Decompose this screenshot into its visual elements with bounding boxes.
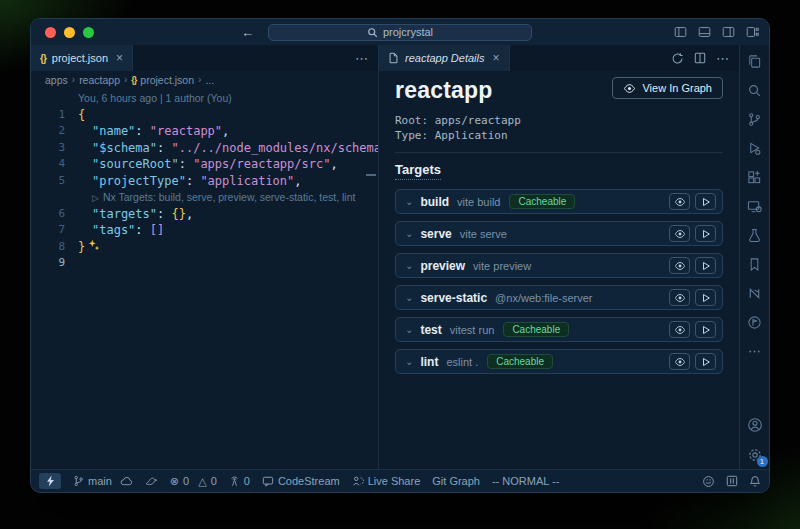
more-actions-icon[interactable]: ⋯ [355,51,368,66]
target-name: serve [420,227,451,241]
command-center-search[interactable]: projcrystal [268,24,532,41]
flag-circle-icon[interactable] [747,315,762,330]
more-actions-icon[interactable]: ⋯ [716,51,729,66]
play-icon [701,357,711,367]
target-row[interactable]: ⌄ build vite build Cacheable [395,189,723,214]
testing-icon[interactable] [747,228,762,243]
eye-icon [674,293,686,303]
code-editor[interactable]: You, 6 hours ago | 1 author (You) 1 { 2 … [31,88,378,469]
target-row[interactable]: ⌄ lint eslint . Cacheable [395,349,723,374]
toggle-sidebar-icon[interactable] [674,26,687,38]
target-row[interactable]: ⌄ serve vite serve [395,221,723,246]
codestream-label: CodeStream [278,475,340,487]
code-line[interactable]: 9 [31,255,378,272]
error-icon: ⊗ [170,475,179,488]
nx-targets-codelens[interactable]: ▷Nx Targets: build, serve, preview, serv… [31,189,378,206]
breadcrumb-item-apps[interactable]: apps [45,74,68,86]
sparkle-code-action-icon[interactable] [88,239,100,251]
problems-status[interactable]: ⊗ 0 △ 0 [170,475,217,488]
chevron-down-icon[interactable]: ⌄ [405,260,413,271]
remote-explorer-icon[interactable] [747,199,762,214]
view-in-graph-button[interactable]: View In Graph [612,77,723,99]
view-target-button[interactable] [669,289,690,306]
tab-label: reactapp Details [405,52,485,64]
code-line[interactable]: 4 "sourceRoot": "apps/reactapp/src", [31,156,378,173]
codestream-status[interactable]: CodeStream [262,475,340,487]
copilot-icon[interactable] [702,475,715,488]
chevron-down-icon[interactable]: ⌄ [405,356,413,367]
branch-icon [73,475,84,487]
target-row[interactable]: ⌄ preview vite preview [395,253,723,278]
split-editor-icon[interactable] [694,52,706,64]
extensions-icon[interactable] [747,170,762,185]
code-line[interactable]: 6 "targets": {}, [31,206,378,223]
more-views-icon[interactable] [747,344,762,359]
close-tab-icon[interactable]: × [493,51,500,65]
explorer-icon[interactable] [747,54,762,69]
maximize-window-button[interactable] [83,27,94,38]
chevron-down-icon[interactable]: ⌄ [405,324,413,335]
back-icon[interactable]: ← [241,25,254,40]
vim-mode-indicator[interactable]: -- NORMAL -- [492,475,559,487]
blame-lens-line[interactable]: You, 6 hours ago | 1 author (You) [31,90,378,107]
remote-indicator[interactable] [39,473,61,489]
minimize-window-button[interactable] [64,27,75,38]
close-window-button[interactable] [45,27,56,38]
chevron-down-icon[interactable]: ⌄ [405,292,413,303]
tab-reactapp-details[interactable]: reactapp Details × [379,45,510,71]
chevron-down-icon[interactable]: ⌄ [405,228,413,239]
liveshare-status[interactable]: Live Share [352,475,421,487]
status-misc-icon[interactable] [145,476,158,487]
view-target-button[interactable] [669,225,690,242]
run-target-button[interactable] [695,257,716,274]
target-row[interactable]: ⌄ test vitest run Cacheable [395,317,723,342]
target-row[interactable]: ⌄ serve-static @nx/web:file-server [395,285,723,310]
breadcrumb-item-file[interactable]: project.json [140,74,194,86]
settings-gear-icon[interactable]: 1 [747,447,763,463]
run-target-button[interactable] [695,321,716,338]
title-bar: ← → projcrystal [31,19,769,45]
nx-console-icon[interactable] [747,286,762,301]
eye-icon [623,83,636,94]
toggle-secondary-sidebar-icon[interactable] [722,26,735,38]
sync-cloud-icon [120,476,133,486]
view-target-button[interactable] [669,353,690,370]
notifications-bell-icon[interactable] [749,475,761,488]
view-target-button[interactable] [669,193,690,210]
ports-status[interactable]: 0 [229,475,250,487]
run-target-button[interactable] [695,225,716,242]
toggle-panel-icon[interactable] [698,26,711,38]
scrollbar-marker[interactable] [366,174,376,176]
code-line[interactable]: 7 "tags": [] [31,222,378,239]
chevron-down-icon[interactable]: ⌄ [405,196,413,207]
close-brace-token: } [78,240,85,254]
run-target-button[interactable] [695,353,716,370]
bookmarks-icon[interactable] [747,257,762,272]
code-line[interactable]: 5 "projectType": "application", [31,173,378,190]
customize-layout-icon[interactable] [746,26,759,38]
breadcrumb-item-reactapp[interactable]: reactapp [79,74,120,86]
gitgraph-status[interactable]: Git Graph [432,475,480,487]
run-debug-icon[interactable] [747,141,762,156]
code-line[interactable]: 1 { [31,107,378,124]
run-target-button[interactable] [695,289,716,306]
cacheable-badge: Cacheable [503,322,569,337]
code-line[interactable]: 2 "name": "reactapp", [31,123,378,140]
view-target-button[interactable] [669,321,690,338]
prettier-icon[interactable] [726,475,738,487]
close-tab-icon[interactable]: × [116,51,123,65]
target-name: build [420,195,449,209]
refresh-icon[interactable] [671,52,684,65]
run-target-button[interactable] [695,193,716,210]
source-control-icon[interactable] [747,112,762,127]
git-branch-status[interactable]: main [73,475,133,487]
view-target-button[interactable] [669,257,690,274]
code-line[interactable]: 3 "$schema": "../../node_modules/nx/sche… [31,140,378,157]
search-icon[interactable] [747,83,762,98]
breadcrumb-more[interactable]: ... [205,74,214,86]
target-command: vitest run [450,324,495,336]
code-line[interactable]: 8 } [31,239,378,256]
editor-group-left: {} project.json × ⋯ apps › reactapp › {}… [31,45,379,469]
account-icon[interactable] [747,417,763,433]
tab-project-json[interactable]: {} project.json × [31,45,133,71]
